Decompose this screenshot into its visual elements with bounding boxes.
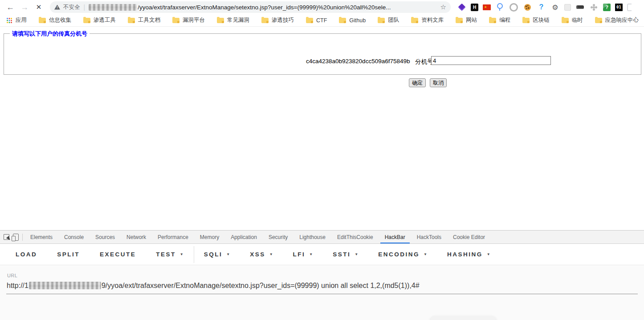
url-field-label: URL: [7, 273, 17, 278]
hackbar-encoding-button[interactable]: ENCODING▼: [378, 251, 427, 258]
pin-icon[interactable]: [495, 2, 505, 12]
extension-number-input[interactable]: [431, 56, 551, 65]
bookmark-folder[interactable]: 编程: [489, 16, 510, 24]
bookmark-label: 信息收集: [49, 16, 71, 24]
bookmark-folder[interactable]: 信息收集: [39, 16, 71, 24]
devtools-tab-hackbar[interactable]: HackBar: [379, 231, 411, 243]
ring-icon[interactable]: [509, 2, 518, 12]
hackbar-url-panel: URL http://19/yyoa/ext/trafaxserver/Extn…: [0, 266, 644, 320]
devtools-tab-editthiscookie[interactable]: EditThisCookie: [331, 231, 379, 243]
partial-icon[interactable]: [627, 4, 632, 11]
folder-icon: [128, 18, 135, 23]
cancel-button[interactable]: 取消: [430, 78, 447, 87]
bookmark-folder[interactable]: 常见漏洞: [217, 16, 249, 24]
back-button[interactable]: ←: [4, 1, 16, 13]
hackbar-lfi-button[interactable]: LFI▼: [293, 251, 313, 258]
bookmark-folder[interactable]: 资料文库: [411, 16, 444, 24]
bookmark-folder[interactable]: 漏洞平台: [172, 16, 205, 24]
devtools-tab-console[interactable]: Console: [58, 231, 90, 243]
hackbar-load-button[interactable]: LOAD: [16, 251, 37, 258]
hackbar-button-label: LFI: [293, 251, 306, 258]
devtools-tab-application[interactable]: Application: [225, 231, 263, 243]
gear-icon[interactable]: ⚙: [550, 2, 560, 12]
hackbar-split-button[interactable]: SPLIT: [57, 251, 80, 258]
hackbar-execute-button[interactable]: EXECUTE: [100, 251, 136, 258]
browser-toolbar: ← → ✕ 不安全 | /yyoa/ext/trafaxserver/Extno…: [0, 0, 644, 14]
question-icon[interactable]: ?: [537, 2, 546, 12]
hackbar-divider: [194, 246, 194, 263]
zero-one-icon[interactable]: 01: [615, 4, 623, 11]
url-text: /yyoa/ext/trafaxserver/ExtnoManage/setex…: [138, 4, 436, 11]
devtools-tab-lighthouse[interactable]: Lighthouse: [293, 231, 331, 243]
url-prefix-text: http://1: [7, 282, 29, 289]
devtools-tab-network[interactable]: Network: [121, 231, 152, 243]
stop-button[interactable]: ✕: [33, 1, 45, 13]
devtools-tab-elements[interactable]: Elements: [24, 231, 58, 243]
bookmark-folder[interactable]: 渗透技巧: [261, 16, 294, 24]
devtools-tab-cookie-editor[interactable]: Cookie Editor: [447, 231, 491, 243]
light-chip-icon[interactable]: [564, 4, 571, 11]
hackbar-button-label: SSTI: [333, 251, 351, 258]
bookmark-folder[interactable]: 工具文档: [128, 16, 160, 24]
hackbar-button-label: XSS: [250, 251, 265, 258]
devtools-tab-memory[interactable]: Memory: [194, 231, 225, 243]
ok-button[interactable]: 确定: [409, 78, 426, 87]
hackbar-test-button[interactable]: TEST▼: [156, 251, 183, 258]
bookmark-label: Github: [349, 17, 366, 24]
forward-button[interactable]: →: [19, 1, 30, 13]
bookmark-folder[interactable]: 应急响应中心: [595, 16, 639, 24]
inspect-element-icon[interactable]: [4, 234, 9, 240]
cookie-icon[interactable]: [523, 2, 532, 12]
bookmark-label: 团队: [388, 16, 399, 24]
bookmark-folder[interactable]: 网站: [456, 16, 477, 24]
bookmark-folder[interactable]: Github: [339, 17, 366, 24]
hackbar-url-value[interactable]: http://19/yyoa/ext/trafaxserver/ExtnoMan…: [7, 282, 637, 290]
page-content: 请填写以下用户的传真分机号 c4ca4238a0b923820dcc509a6f…: [0, 27, 644, 230]
bookmark-folder[interactable]: 区块链: [522, 16, 550, 24]
purple-diamond-icon[interactable]: [457, 2, 466, 12]
folder-icon: [306, 18, 313, 23]
blurred-host: [29, 282, 101, 289]
mask-icon[interactable]: [575, 2, 585, 12]
hackbar-toolbar: LOADSPLITEXECUTETEST▼SQLI▼XSS▼LFI▼SSTI▼E…: [0, 244, 644, 265]
folder-icon: [217, 18, 224, 23]
bookmark-star-icon[interactable]: ☆: [440, 3, 446, 11]
hackbar-ssti-button[interactable]: SSTI▼: [333, 251, 358, 258]
devtools-divider: [22, 234, 23, 241]
bookmark-folder[interactable]: CTF: [306, 17, 327, 24]
bookmark-folder[interactable]: 临时: [562, 16, 583, 24]
hackbar-h-icon[interactable]: H: [471, 4, 478, 11]
hackbar-sqli-button[interactable]: SQLI▼: [204, 251, 230, 258]
folder-icon: [339, 18, 346, 23]
security-label: 不安全: [63, 4, 80, 11]
device-toolbar-icon[interactable]: [13, 234, 19, 241]
green-help-icon[interactable]: ?: [603, 4, 611, 11]
bookmark-label: 渗透技巧: [272, 16, 294, 24]
devtools-tab-sources[interactable]: Sources: [90, 231, 121, 243]
chevron-down-icon: ▼: [180, 252, 183, 256]
chevron-down-icon: ▼: [424, 252, 427, 256]
chevron-down-icon: ▼: [226, 252, 230, 256]
devtools-tab-performance[interactable]: Performance: [152, 231, 194, 243]
hackbar-button-label: LOAD: [16, 251, 37, 258]
bookmark-apps[interactable]: 应用: [6, 16, 27, 24]
fieldset-legend: 请填写以下用户的传真分机号: [10, 30, 90, 38]
bookmark-label: 应用: [16, 16, 27, 24]
devtools-toolbar-icons: [0, 231, 20, 243]
omnibox[interactable]: 不安全 | /yyoa/ext/trafaxserver/ExtnoManage…: [50, 1, 451, 13]
bookmark-folder[interactable]: 渗透工具: [83, 16, 116, 24]
china-flag-icon[interactable]: [483, 4, 491, 10]
url-field-underline: [6, 294, 638, 294]
clover-icon[interactable]: [589, 2, 599, 12]
bookmark-label: 工具文档: [138, 16, 160, 24]
blurred-host: [89, 4, 137, 11]
not-secure-warning-icon: [54, 5, 60, 10]
bookmark-label: 渗透工具: [94, 16, 116, 24]
browser-window: ← → ✕ 不安全 | /yyoa/ext/trafaxserver/Extno…: [0, 0, 644, 320]
hackbar-xss-button[interactable]: XSS▼: [250, 251, 273, 258]
hackbar-hashing-button[interactable]: HASHING▼: [447, 251, 490, 258]
folder-icon: [261, 18, 269, 23]
devtools-tab-hacktools[interactable]: HackTools: [411, 231, 447, 243]
devtools-tab-security[interactable]: Security: [263, 231, 293, 243]
bookmark-folder[interactable]: 团队: [378, 16, 399, 24]
